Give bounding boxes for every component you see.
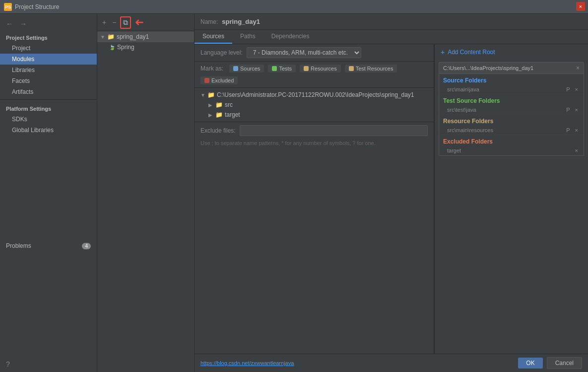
resource-folder-entry-0: src\main\resources P × [439, 126, 584, 135]
tree-root-label: spring_day1 [117, 33, 149, 40]
tab-dependencies[interactable]: Dependencies [263, 30, 318, 44]
sidebar-divider [0, 99, 97, 100]
excluded-folders-label: Excluded Folders [439, 135, 584, 146]
sidebar-nav: ← → [0, 17, 97, 31]
source-folders-label: Source Folders [439, 74, 584, 85]
close-content-root-button[interactable]: × [576, 65, 580, 72]
bottom-url[interactable]: https://blog.csdn.net/zxwwantlearnjava [200, 360, 294, 366]
test-source-folder-edit-btn-0[interactable]: P [565, 106, 571, 113]
content-root-path: C:\Users\...\IdeaProjects\spring_day1 [443, 65, 533, 71]
name-label: Name: [200, 18, 218, 25]
test-resources-btn-label: Test Resources [356, 66, 393, 72]
source-folder-path-0: src\main\java [447, 86, 479, 92]
target-folder-icon: 📁 [215, 111, 223, 118]
language-level-select[interactable]: 7 - Diamonds, ARM, multi-catch etc. [247, 47, 361, 58]
mark-resources-button[interactable]: Resources [300, 65, 341, 73]
tests-dot [272, 66, 277, 71]
sidebar-item-sdks[interactable]: SDKs [0, 114, 97, 125]
mark-excluded-button[interactable]: Excluded [200, 76, 238, 84]
right-panel: + Add Content Root C:\Users\...\IdeaProj… [434, 44, 588, 354]
excluded-folder-path-0: target [447, 148, 461, 153]
source-folder-edit-btn-0[interactable]: P [565, 86, 571, 93]
test-source-folder-actions-0: P × [565, 106, 580, 113]
root-path-label: C:\Users\Administrator.PC-20171122ROWU.0… [217, 91, 414, 98]
tests-btn-label: Tests [279, 66, 292, 72]
resource-folder-remove-btn-0[interactable]: × [574, 127, 580, 134]
resource-folder-edit-btn-0[interactable]: P [565, 127, 571, 134]
sidebar: ← → Project Settings Project Modules Lib… [0, 14, 97, 372]
sidebar-item-libraries[interactable]: Libraries [0, 65, 97, 75]
back-button[interactable]: ← [4, 19, 15, 29]
cancel-button[interactable]: Cancel [547, 357, 582, 369]
source-folder-actions-0: P × [565, 86, 580, 93]
resources-dot [304, 66, 309, 71]
add-content-root-label: Add Content Root [448, 49, 495, 56]
test-source-folder-path-0: src\test\java [447, 107, 476, 113]
title-bar-text: Project Structure [15, 3, 59, 10]
plus-icon: + [441, 48, 445, 56]
sources-dot [233, 66, 238, 71]
close-button[interactable]: × [576, 2, 585, 11]
content-tree-target[interactable]: ▶ 📁 target [195, 110, 434, 120]
mark-as-bar: Mark as: Sources Tests Resources [195, 62, 434, 88]
exclude-files-label: Exclude files: [200, 127, 236, 134]
forward-button[interactable]: → [18, 19, 29, 29]
resource-folder-actions-0: P × [565, 127, 580, 134]
src-label: src [225, 101, 233, 108]
name-bar: Name: spring_day1 [195, 14, 588, 30]
resources-btn-label: Resources [311, 66, 337, 72]
src-arrow-icon: ▶ [208, 102, 213, 108]
resource-folders-label: Resource Folders [439, 115, 584, 126]
excluded-btn-label: Excluded [211, 77, 234, 83]
test-source-folder-entry-0: src\test\java P × [439, 105, 584, 115]
content-tree-src[interactable]: ▶ 📁 src [195, 100, 434, 110]
tree-content-area: Language level: 7 - Diamonds, ARM, multi… [195, 44, 434, 354]
sidebar-item-facets[interactable]: Facets [0, 75, 97, 86]
add-content-root-button[interactable]: + Add Content Root [435, 44, 588, 60]
mark-as-label: Mark as: [200, 65, 223, 72]
excluded-folder-remove-btn-0[interactable]: × [574, 147, 580, 154]
sidebar-item-global-libraries[interactable]: Global Libraries [0, 125, 97, 136]
sidebar-item-artifacts[interactable]: Artifacts [0, 86, 97, 97]
add-module-button[interactable]: + [100, 17, 108, 27]
content-root-box: C:\Users\...\IdeaProjects\spring_day1 × … [439, 62, 584, 156]
test-source-folder-remove-btn-0[interactable]: × [574, 106, 580, 113]
mark-sources-button[interactable]: Sources [229, 65, 264, 73]
help-button[interactable]: ? [0, 356, 97, 372]
spring-icon: 🍃 [109, 45, 115, 50]
language-level-label: Language level: [200, 49, 243, 56]
exclude-files-input[interactable] [240, 125, 428, 136]
mark-test-resources-button[interactable]: Test Resources [345, 65, 397, 73]
tree-child-item-spring[interactable]: 🍃 Spring [97, 42, 194, 52]
tab-paths[interactable]: Paths [232, 30, 263, 44]
source-folder-entry-0: src\main\java P × [439, 85, 584, 94]
content-tree-root[interactable]: ▼ 📁 C:\Users\Administrator.PC-20171122RO… [195, 90, 434, 100]
problems-badge: 4 [82, 243, 91, 249]
tabs-bar: Sources Paths Dependencies [195, 30, 588, 44]
problems-row[interactable]: Problems 4 [0, 239, 97, 252]
excluded-folder-actions-0: × [574, 147, 580, 154]
project-settings-label: Project Settings [0, 31, 97, 43]
ok-button[interactable]: OK [518, 358, 542, 369]
test-resources-dot [349, 66, 354, 71]
copy-module-button[interactable]: ⧉ [120, 16, 131, 29]
remove-module-button[interactable]: − [110, 17, 118, 27]
source-folder-remove-btn-0[interactable]: × [574, 86, 580, 93]
sidebar-item-project[interactable]: Project [0, 43, 97, 54]
tree-root-item[interactable]: ▼ 📁 spring_day1 [97, 31, 194, 42]
problems-label: Problems [6, 242, 31, 249]
excluded-folder-entry-0: target × [439, 146, 584, 155]
bottom-bar: https://blog.csdn.net/zxwwantlearnjava O… [195, 354, 588, 372]
content-body: Language level: 7 - Diamonds, ARM, multi… [195, 44, 588, 354]
mark-tests-button[interactable]: Tests [268, 65, 296, 73]
module-tree-panel: + − ⧉ ➜ ▼ 📁 spring_day1 🍃 Spring [97, 14, 195, 372]
content-tree: ▼ 📁 C:\Users\Administrator.PC-20171122RO… [195, 88, 434, 122]
tab-sources[interactable]: Sources [195, 30, 232, 44]
platform-settings-label: Platform Settings [0, 102, 97, 114]
content-panel: Name: spring_day1 Sources Paths Dependen… [195, 14, 588, 372]
arrow-annotation: ➜ [135, 16, 144, 29]
sidebar-item-modules[interactable]: Modules [0, 54, 97, 65]
tree-toolbar: + − ⧉ ➜ [97, 14, 194, 31]
title-bar: PS Project Structure × [0, 0, 588, 14]
excluded-dot [204, 78, 209, 83]
